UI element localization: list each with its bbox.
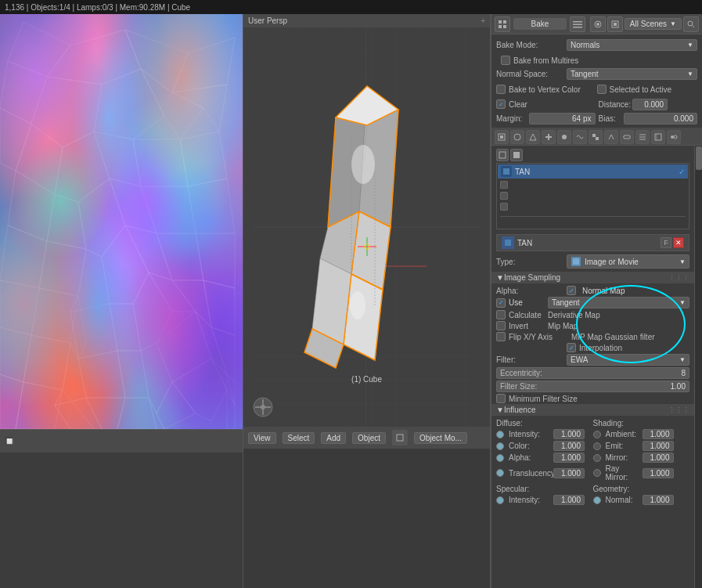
svg-point-94 <box>596 23 599 26</box>
bake-from-multires-cb[interactable] <box>501 56 510 65</box>
rp-menu-btn[interactable] <box>570 16 585 32</box>
svg-marker-22 <box>39 241 86 296</box>
type-label: Type: <box>496 258 567 266</box>
use-cb[interactable] <box>496 298 506 308</box>
tex-list-icon-2[interactable] <box>510 149 523 161</box>
calculate-cb[interactable] <box>496 310 506 319</box>
nav-gizmo[interactable] <box>251 395 275 419</box>
scrollbar-thumb[interactable] <box>696 146 702 170</box>
mirror-dot[interactable] <box>593 454 601 462</box>
tb-icon-1[interactable] <box>495 130 509 144</box>
tb-icon-5[interactable] <box>557 130 571 144</box>
svg-marker-14 <box>180 132 227 186</box>
mirror-value[interactable]: 1.000 <box>643 453 674 463</box>
svg-marker-40 <box>78 351 125 398</box>
rp-icon-v[interactable] <box>495 16 510 32</box>
normal-value[interactable]: 1.000 <box>643 495 674 505</box>
tb-icon-2[interactable] <box>510 130 524 144</box>
select-menu[interactable]: Select <box>283 432 315 444</box>
emit-label: Emit: <box>606 442 641 450</box>
tb-icon-6[interactable] <box>573 130 587 144</box>
bake-mode-dropdown[interactable]: Normals ▼ <box>567 39 697 51</box>
image-sampling-header[interactable]: ▼ Image Sampling ⋮⋮⋮ <box>491 272 694 283</box>
object-mode-btn[interactable]: Object Mo... <box>414 432 467 444</box>
bias-value[interactable]: 0.000 <box>624 113 698 124</box>
polygon-overlay <box>0 14 243 429</box>
view-icon-2[interactable] <box>607 16 623 32</box>
interpolation-cb[interactable] <box>567 343 576 352</box>
emit-dot[interactable] <box>593 442 601 450</box>
filter-dropdown[interactable]: EWA ▼ <box>567 354 689 366</box>
normal-dot[interactable] <box>593 496 601 504</box>
svg-marker-23 <box>70 249 110 312</box>
svg-marker-20 <box>188 179 235 233</box>
influence-header[interactable]: ▼ Influence ⋮⋮⋮ <box>491 404 694 416</box>
right-panel: Bake <box>491 14 702 588</box>
calculate-row: Calculate Derivative Map <box>491 309 694 320</box>
tex-name-f-btn[interactable]: F <box>661 237 671 248</box>
object-menu[interactable]: Object <box>352 432 386 444</box>
texture-item-tan[interactable]: TAN ✓ <box>498 164 688 179</box>
color-value[interactable]: 1.000 <box>553 441 585 451</box>
tb-icon-9[interactable] <box>620 130 634 144</box>
bake-vertex-cb[interactable] <box>496 85 506 94</box>
tb-icon-11[interactable] <box>651 130 665 144</box>
margin-row: Margin: 64 px <box>496 113 596 124</box>
intensity-dot[interactable] <box>496 431 504 438</box>
alpha-dot[interactable] <box>496 454 504 462</box>
left-viewport[interactable]: 🔲 <box>0 14 243 453</box>
normal-map-cb[interactable] <box>567 286 576 295</box>
object-mode-icon[interactable] <box>392 430 408 446</box>
view-icon-1[interactable] <box>590 16 606 32</box>
3d-viewport[interactable]: (1) Cube <box>243 27 490 427</box>
ambient-value[interactable]: 1.000 <box>643 429 674 439</box>
tex-name-x-btn[interactable]: ✕ <box>673 237 684 248</box>
use-dropdown[interactable]: Tangent ▼ <box>548 297 689 308</box>
spec-intensity-value[interactable]: 1.000 <box>553 495 585 505</box>
center-viewport[interactable]: User Persp + <box>243 14 491 588</box>
color-dot[interactable] <box>496 442 504 450</box>
clear-cb[interactable] <box>496 99 506 109</box>
all-scenes-dropdown[interactable]: All Scenes ▼ <box>625 18 682 30</box>
ray-mirror-value[interactable]: 1.000 <box>643 468 674 478</box>
top-status-bar: 1,136 | Objects:1/4 | Lamps:0/3 | Mem:90… <box>0 0 702 14</box>
tb-icon-4[interactable] <box>542 130 556 144</box>
search-btn[interactable] <box>683 16 699 32</box>
tb-icon-8[interactable] <box>604 130 618 144</box>
tb-icon-12[interactable] <box>667 130 681 144</box>
normal-space-dropdown[interactable]: Tangent ▼ <box>567 68 697 80</box>
svg-marker-5 <box>31 77 102 147</box>
tb-icon-3[interactable] <box>526 130 540 144</box>
viewport-header: User Persp + <box>243 14 490 27</box>
emit-value[interactable]: 1.000 <box>643 441 674 451</box>
ray-mirror-label: Ray Mirror: <box>606 464 641 482</box>
eccentricity-field[interactable]: Eccentricity: 8 <box>496 367 689 379</box>
flip-xy-cb[interactable] <box>496 332 506 341</box>
tb-icon-7[interactable] <box>589 130 603 144</box>
selected-active-cb[interactable] <box>597 85 607 94</box>
filter-size-field[interactable]: Filter Size: 1.00 <box>496 381 689 392</box>
view-menu[interactable]: View <box>248 432 276 444</box>
texture-list-area: TAN ✓ <box>491 146 694 233</box>
svg-marker-50 <box>86 398 125 429</box>
svg-marker-30 <box>70 296 86 359</box>
translucency-dot[interactable] <box>496 469 504 477</box>
tex-list-icon-1[interactable] <box>496 149 509 161</box>
svg-marker-47 <box>16 382 63 429</box>
intensity-value[interactable]: 1.000 <box>553 429 585 439</box>
right-scrollbar[interactable] <box>694 146 702 588</box>
margin-value[interactable]: 64 px <box>529 113 596 124</box>
add-menu[interactable]: Add <box>321 432 346 444</box>
tb-icon-10[interactable] <box>635 130 650 144</box>
bias-label: Bias: <box>599 114 622 123</box>
translucency-value[interactable]: 1.000 <box>553 468 585 478</box>
texture-list: TAN ✓ <box>496 163 689 229</box>
ray-mirror-dot[interactable] <box>593 469 601 477</box>
spec-intensity-dot[interactable] <box>496 496 504 504</box>
min-filter-cb[interactable] <box>496 394 506 403</box>
alpha-inf-value[interactable]: 1.000 <box>553 453 585 463</box>
invert-cb[interactable] <box>496 321 506 330</box>
type-dropdown[interactable]: Image or Movie ▼ <box>567 254 689 269</box>
distance-value[interactable]: 0.000 <box>632 99 668 110</box>
ambient-dot[interactable] <box>593 431 601 438</box>
